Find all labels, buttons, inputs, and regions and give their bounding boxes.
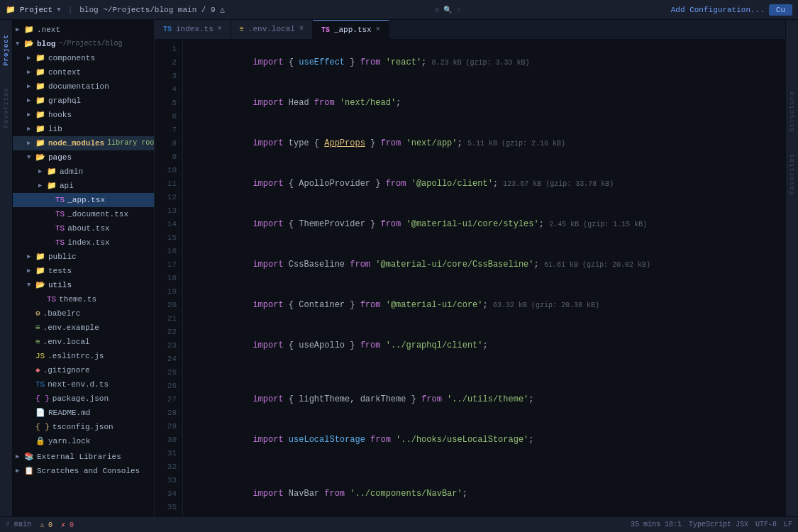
tree-item-admin[interactable]: ▶ 📁 admin (13, 165, 154, 179)
tree-item-api[interactable]: ▶ 📁 api (13, 179, 154, 193)
label-readme: README.md (48, 406, 90, 419)
tree-item-tsconfig[interactable]: { } tsconfig.json (13, 420, 154, 434)
folder-icon-context: 📁 (35, 66, 45, 79)
project-label[interactable]: Project (20, 6, 52, 14)
folder-icon-hooks: 📁 (35, 109, 45, 121)
tab-app-tsx[interactable]: TS _app.tsx × (313, 20, 389, 39)
code-editor[interactable]: import { useEffect } from 'react'; 8.23 … (183, 40, 773, 516)
tree-item-node-modules[interactable]: ▶ 📁 node_modules library root (13, 136, 154, 150)
tree-item-document-tsx[interactable]: TS _document.tsx (13, 207, 154, 221)
code-line-11: import useLocalStorage from '../hooks/us… (192, 420, 773, 460)
arrow-external-libs: ▶ (16, 450, 24, 463)
label-components: components (48, 52, 95, 65)
code-line-3: import type { AppProps } from 'next/app'… (192, 123, 773, 164)
label-tests: tests (48, 265, 72, 277)
tree-item-lib[interactable]: ▶ 📁 lib (13, 122, 154, 136)
icon-tab-app-tsx: TS (321, 26, 330, 34)
icon-package-json: { } (35, 392, 50, 405)
title-bar-right: Add Configuration... Cu (671, 4, 792, 16)
arrow-scratches: ▶ (16, 465, 24, 477)
right-panel-label-1[interactable]: Structure (789, 91, 796, 132)
tree-item-scratches[interactable]: ▶ 📋 Scratches and Consoles (13, 464, 154, 478)
tree-item-env-example[interactable]: ≡ .env.example (13, 321, 154, 335)
folder-icon-admin: 📁 (47, 165, 57, 178)
arrow-utils: ▼ (27, 279, 35, 292)
favorites-panel-label[interactable]: Favorites (3, 87, 10, 128)
close-tab-app[interactable]: × (376, 26, 380, 33)
dropdown-icon[interactable]: ▼ (57, 6, 60, 13)
code-line-14 (192, 514, 773, 516)
label-gitignore: .gitignore (43, 364, 90, 377)
code-line-5: import { ThemeProvider } from '@material… (192, 204, 773, 245)
add-config[interactable]: Add Configuration... (671, 6, 765, 14)
tab-env-local[interactable]: ≡ .env.local × (231, 20, 313, 39)
folder-icon-node-modules: 📁 (35, 137, 45, 150)
run-button[interactable]: Cu (769, 4, 792, 16)
tree-item-readme[interactable]: 📄 README.md (13, 406, 154, 420)
tree-item-public[interactable]: ▶ 📁 public (13, 250, 154, 264)
tree-item-components[interactable]: ▶ 📁 components (13, 51, 154, 65)
path-blog: ~/Projects/blog (58, 38, 122, 50)
icon-tab-index-ts: TS (163, 26, 172, 33)
status-linesep[interactable]: LF (784, 521, 792, 528)
tree-item-utils[interactable]: ▼ 📂 utils (13, 278, 154, 292)
status-filetype[interactable]: TypeScript JSX (689, 521, 748, 528)
tree-item-tests[interactable]: ▶ 📁 tests (13, 264, 154, 278)
right-panel-label-2[interactable]: Favorites (789, 153, 796, 194)
label-tab-env-local: .env.local (248, 25, 295, 33)
tree-item-pages[interactable]: ▼ 📂 pages (13, 150, 154, 165)
label-index-tsx: index.tsx (67, 236, 109, 249)
code-line-4: import { ApolloProvider } from '@apollo/… (192, 164, 773, 204)
tree-item-index-tsx[interactable]: TS index.tsx (13, 235, 154, 250)
close-tab-index-ts[interactable]: × (218, 26, 222, 33)
tree-item-app-tsx[interactable]: TS _app.tsx (13, 193, 154, 207)
tree-item-env-local[interactable]: ≡ .env.local (13, 335, 154, 349)
label-app-tsx: _app.tsx (67, 194, 105, 206)
tree-item-blog[interactable]: ▼ 📂 blog ~/Projects/blog (13, 37, 154, 51)
arrow-graphql: ▶ (27, 94, 35, 107)
code-line-9 (192, 366, 773, 379)
tree-item-graphql[interactable]: ▶ 📁 graphql (13, 94, 154, 108)
label-pages: pages (48, 151, 72, 164)
label-tab-index-ts: index.ts (176, 25, 214, 33)
label-external-libs: External Libraries (37, 450, 121, 463)
tree-item-context[interactable]: ▶ 📁 context (13, 65, 154, 79)
folder-icon-tests: 📁 (35, 265, 45, 277)
folder-icon-utils: 📂 (35, 279, 45, 292)
tree-item-yarn-lock[interactable]: 🔒 yarn.lock (13, 434, 154, 448)
label-context: context (48, 66, 81, 79)
title-bar-center: ⚙ 🔍 ⚡ (225, 6, 671, 14)
label-eslintrc: .eslintrc.js (48, 350, 104, 362)
tree-item-package-json[interactable]: { } package.json (13, 392, 154, 406)
tree-item-babelrc[interactable]: ⚙ .babelrc (13, 306, 154, 321)
label-graphql: graphql (48, 94, 81, 107)
tab-index-ts[interactable]: TS index.ts × (155, 20, 231, 39)
tree-item-next[interactable]: ▶ 📁 .next (13, 23, 154, 37)
tree-item-next-env-dts[interactable]: TS next-env.d.ts (13, 377, 154, 392)
badge-library-root: library root (107, 137, 155, 150)
tree-item-eslintrc[interactable]: JS .eslintrc.js (13, 349, 154, 363)
arrow-lib: ▶ (27, 123, 35, 135)
tree-item-external-libs[interactable]: ▶ 📚 External Libraries (13, 450, 154, 464)
tree-item-documentation[interactable]: ▶ 📁 documentation (13, 79, 154, 94)
icon-yarn-lock: 🔒 (35, 435, 45, 448)
tree-item-about-tsx[interactable]: TS about.tsx (13, 221, 154, 235)
status-bar: ⑂ main ⚠ 0 ✗ 0 35 mins 18:1 TypeScript J… (0, 516, 798, 532)
folder-icon-public: 📁 (35, 250, 45, 263)
close-tab-env[interactable]: × (299, 26, 304, 33)
label-lib: lib (48, 123, 62, 135)
tree-item-hooks[interactable]: ▶ 📁 hooks (13, 108, 154, 122)
tree-item-gitignore[interactable]: ◆ .gitignore (13, 363, 154, 377)
arrow-components: ▶ (27, 52, 35, 65)
status-encoding[interactable]: UTF-8 (755, 521, 777, 528)
code-line-1: import { useEffect } from 'react'; 8.23 … (192, 43, 773, 83)
tree-item-theme-ts[interactable]: TS theme.ts (13, 292, 154, 306)
label-package-json: package.json (52, 392, 109, 405)
status-warnings: ⚠ 0 (40, 521, 52, 529)
label-admin: admin (60, 165, 83, 178)
title-bar: 📁 Project ▼ | blog ~/Projects/blog main … (0, 0, 798, 20)
label-env-local: .env.local (43, 336, 90, 348)
label-next-env: next-env.d.ts (48, 378, 109, 391)
status-branch[interactable]: ⑂ main (6, 521, 31, 528)
project-panel-label[interactable]: Project (3, 34, 10, 66)
